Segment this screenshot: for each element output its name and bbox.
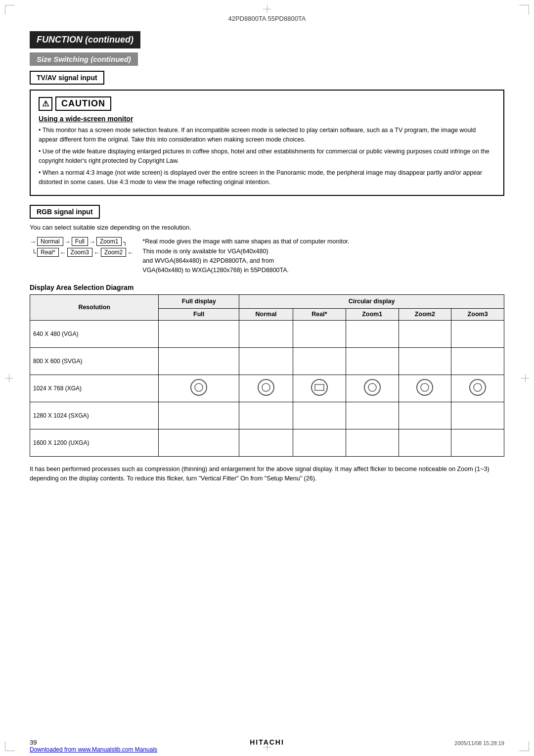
- flow-row-2: └ Real* ← Zoom3 ← Zoom2 ←: [30, 248, 134, 257]
- flow-arrow-end1: ┐: [122, 238, 127, 245]
- display-cell: [346, 375, 399, 402]
- svg-point-6: [364, 379, 380, 395]
- display-cell: [159, 375, 239, 402]
- display-cell: [399, 347, 451, 375]
- caution-bullet-2: Use of the wide feature displaying enlar…: [39, 147, 495, 166]
- col-resolution: Resolution: [30, 294, 159, 320]
- caution-header: ⚠ CAUTION: [39, 96, 495, 111]
- col-full: Full: [159, 308, 239, 320]
- flow-box-zoom1: Zoom1: [96, 237, 122, 246]
- resolution-cell: 1600 X 1200 (UXGA): [30, 429, 159, 456]
- resolution-cell: 1024 X 768 (XGA): [30, 375, 159, 402]
- corner-mark-tl: [5, 5, 15, 15]
- display-cell: [399, 429, 451, 456]
- display-cell: [451, 347, 504, 375]
- svg-point-1: [195, 383, 203, 391]
- col-zoom3: Zoom3: [451, 308, 504, 320]
- table-row: 1600 X 1200 (UXGA): [30, 429, 504, 456]
- bottom-note: It has been performed processes such as …: [30, 465, 504, 484]
- display-cell: [346, 429, 399, 456]
- display-cell: [293, 429, 346, 456]
- col-circular-display: Circular display: [239, 294, 504, 308]
- svg-point-10: [470, 379, 486, 395]
- col-real: Real*: [293, 308, 346, 320]
- display-cell: [293, 375, 346, 402]
- cross-mark-left: [5, 374, 13, 382]
- display-cell: [293, 402, 346, 429]
- table-row: 640 X 480 (VGA): [30, 320, 504, 347]
- caution-title: Using a wide-screen monitor: [39, 115, 495, 123]
- display-cell: [159, 429, 239, 456]
- table-row: 1024 X 768 (XGA): [30, 375, 504, 402]
- flow-arrow-3: ←: [59, 249, 67, 256]
- flow-diagram: → Normal → Full → Zoom1 ┐ └ Real* ← Zoom…: [30, 237, 504, 276]
- display-cell: [399, 402, 451, 429]
- flow-row-1: → Normal → Full → Zoom1 ┐: [30, 237, 134, 246]
- flow-note: *Real mode gives the image with same sha…: [142, 237, 349, 276]
- col-full-display: Full display: [159, 294, 239, 308]
- display-cell: [451, 402, 504, 429]
- flow-box-real: Real*: [37, 248, 58, 257]
- svg-point-2: [258, 379, 274, 395]
- svg-point-3: [262, 383, 270, 391]
- svg-point-11: [474, 383, 482, 391]
- display-cell: [399, 375, 451, 402]
- svg-rect-5: [315, 384, 324, 390]
- rgb-subtext: You can select suitable size depending o…: [30, 224, 504, 231]
- table-row: 800 X 600 (SVGA): [30, 347, 504, 375]
- resolution-cell: 1280 X 1024 (SXGA): [30, 402, 159, 429]
- display-cell: [346, 320, 399, 347]
- flow-arrow-1: →: [63, 238, 72, 245]
- resolution-cell: 640 X 480 (VGA): [30, 320, 159, 347]
- section-main-heading: FUNCTION (continued): [30, 31, 140, 48]
- footer-link[interactable]: Downloaded from www.Manualslib.com Manua…: [30, 746, 157, 753]
- col-zoom1: Zoom1: [346, 308, 399, 320]
- table-row: 1280 X 1024 (SXGA): [30, 402, 504, 429]
- display-cell: [239, 347, 293, 375]
- tvav-heading: TV/AV signal input: [30, 71, 104, 85]
- display-cell: [399, 320, 451, 347]
- doc-title: 42PD8800TA 55PD8800TA: [30, 15, 504, 22]
- page-number: 39: [30, 739, 37, 746]
- footer: 39 HITACHI 2005/11/08 15:28:19: [0, 739, 534, 746]
- brand-name: HITACHI: [250, 738, 284, 746]
- display-cell: [346, 402, 399, 429]
- diagram-title: Display Area Selection Diagram: [30, 284, 504, 291]
- table-header-row-1: Resolution Full display Circular display: [30, 294, 504, 308]
- flow-box-normal: Normal: [37, 237, 63, 246]
- cross-mark-top: [263, 5, 271, 13]
- display-cell: [239, 402, 293, 429]
- resolution-cell: 800 X 600 (SVGA): [30, 347, 159, 375]
- display-cell: [239, 375, 293, 402]
- flow-arrow-2: →: [88, 238, 96, 245]
- display-cell: [293, 320, 346, 347]
- cross-mark-right: [521, 374, 529, 382]
- caution-triangle-icon: ⚠: [39, 97, 52, 111]
- flow-arrow-4: ←: [92, 249, 101, 256]
- corner-mark-tr: [519, 5, 529, 15]
- timestamp: 2005/11/08 15:28:19: [454, 740, 504, 746]
- display-cell: [159, 347, 239, 375]
- col-normal: Normal: [239, 308, 293, 320]
- display-cell: [346, 347, 399, 375]
- display-table: Resolution Full display Circular display…: [30, 294, 504, 457]
- col-zoom2: Zoom2: [399, 308, 451, 320]
- flow-note-text: *Real mode gives the image with same sha…: [142, 237, 349, 276]
- rgb-heading: RGB signal input: [30, 205, 100, 219]
- svg-point-8: [417, 379, 433, 395]
- display-cell: [451, 320, 504, 347]
- svg-point-4: [312, 379, 327, 395]
- rgb-section: RGB signal input You can select suitable…: [30, 205, 504, 457]
- svg-point-9: [421, 383, 429, 391]
- flow-left: → Normal → Full → Zoom1 ┐ └ Real* ← Zoom…: [30, 237, 134, 257]
- display-cell: [239, 429, 293, 456]
- caution-box: ⚠ CAUTION Using a wide-screen monitor Th…: [30, 90, 504, 196]
- display-cell: [239, 320, 293, 347]
- flow-box-zoom3: Zoom3: [67, 248, 92, 257]
- flow-arrow-5: ←: [126, 249, 134, 256]
- svg-point-0: [191, 379, 207, 395]
- caution-label: CAUTION: [55, 96, 111, 111]
- display-cell: [451, 429, 504, 456]
- flow-box-zoom2: Zoom2: [101, 248, 126, 257]
- svg-point-7: [368, 383, 376, 391]
